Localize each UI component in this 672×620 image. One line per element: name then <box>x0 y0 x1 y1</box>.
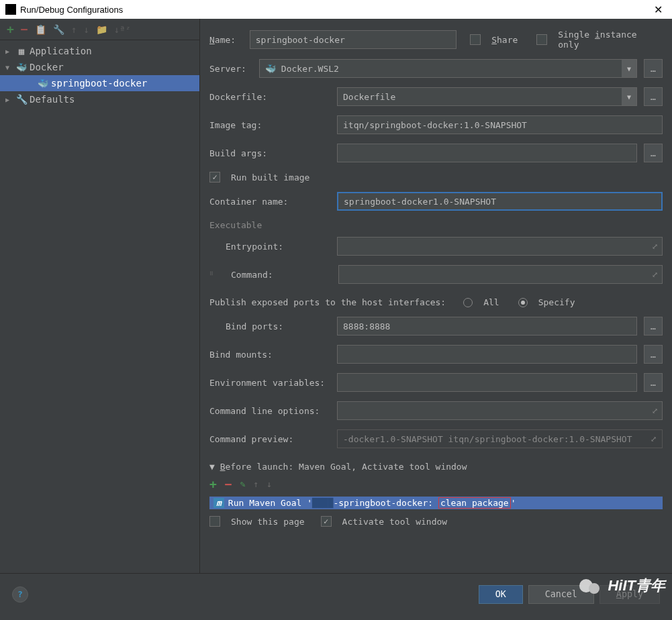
command-input[interactable]: ⤢ <box>338 265 663 284</box>
tree-defaults[interactable]: ▶ 🔧 Defaults <box>0 91 199 107</box>
bindmounts-label: Bind mounts: <box>209 350 330 360</box>
showpage-checkbox[interactable] <box>209 516 220 527</box>
specify-label[interactable]: Specify <box>538 297 575 307</box>
share-checkbox[interactable] <box>470 34 481 45</box>
executable-section: Executable <box>209 220 663 230</box>
remove-icon[interactable]: − <box>225 477 232 491</box>
all-radio[interactable] <box>463 298 473 307</box>
sidebar: + − 📋 🔧 ↑ ↓ 📁 ↓ªᶻ ▶ ▦ Application ▼ 🐳 Do… <box>0 19 200 573</box>
maven-icon: m <box>213 498 224 508</box>
name-label: Name: <box>209 35 243 45</box>
server-browse-button[interactable]: … <box>644 59 663 78</box>
server-label: Server: <box>209 64 252 74</box>
tree-docker[interactable]: ▼ 🐳 Docker <box>0 59 199 75</box>
tree-label: Defaults <box>30 94 75 105</box>
folder-icon[interactable]: 📁 <box>96 24 107 35</box>
dockerfile-browse-button[interactable]: … <box>644 87 663 106</box>
envvars-label: Environment variables: <box>209 378 330 388</box>
showpage-label[interactable]: Show this page <box>231 517 305 527</box>
chevron-down-icon: ▼ <box>622 60 636 77</box>
entrypoint-label: Entrypoint: <box>209 242 330 252</box>
docker-icon: 🐳 <box>16 62 27 72</box>
bottom-bar: ? OK Cancel Apply <box>0 573 672 615</box>
all-label[interactable]: All <box>483 297 499 307</box>
cmdpreview-field: -docker1.0-SNAPSHOT itqn/springboot-dock… <box>337 429 663 448</box>
command-label: Command: <box>222 270 332 280</box>
sidebar-toolbar: + − 📋 🔧 ↑ ↓ 📁 ↓ªᶻ <box>0 19 199 40</box>
cmdopts-input[interactable]: ⤢ <box>337 401 663 420</box>
watermark-icon <box>579 576 604 595</box>
wrench-icon: 🔧 <box>16 94 27 105</box>
cmdpreview-label: Command preview: <box>209 434 330 444</box>
specify-radio[interactable] <box>518 298 528 307</box>
watermark-text: HiIT青年 <box>608 576 665 596</box>
tree-application[interactable]: ▶ ▦ Application <box>0 43 199 59</box>
bindports-input[interactable] <box>337 317 637 335</box>
runbuilt-label[interactable]: Run built image <box>231 172 309 183</box>
name-input[interactable] <box>250 30 457 49</box>
container-input[interactable] <box>337 192 663 211</box>
up-icon[interactable]: ↑ <box>254 479 259 489</box>
activate-label[interactable]: Activate tool window <box>342 517 448 527</box>
buildargs-browse-button[interactable]: … <box>644 144 663 162</box>
buildargs-input[interactable] <box>337 144 637 162</box>
expand-icon: ⤢ <box>652 407 658 415</box>
copy-icon[interactable]: 📋 <box>35 24 46 35</box>
tree-label: Docker <box>30 62 64 72</box>
before-launch-toolbar: + − ✎ ↑ ↓ <box>209 472 663 497</box>
expand-icon: ⤢ <box>652 242 658 251</box>
down-icon[interactable]: ↓ <box>267 479 272 489</box>
envvars-input[interactable] <box>337 373 637 392</box>
docker-icon: 🐳 <box>265 64 276 74</box>
entrypoint-input[interactable]: ⤢ <box>337 237 663 256</box>
tree-springboot-docker[interactable]: 🐳 springboot-docker <box>0 75 199 91</box>
docker-icon: 🐳 <box>38 78 48 89</box>
envvars-browse-button[interactable]: … <box>644 373 663 392</box>
down-icon[interactable]: ↓ <box>83 24 89 35</box>
container-label: Container name: <box>209 197 330 207</box>
add-icon[interactable]: + <box>7 22 14 36</box>
remove-icon[interactable]: − <box>21 22 28 36</box>
content-panel: Name: Share Single instance only Server:… <box>200 19 672 573</box>
expand-icon[interactable]: ⤢ <box>651 435 657 444</box>
edit-icon[interactable]: ✎ <box>240 479 246 489</box>
wrench-icon[interactable]: 🔧 <box>53 24 64 35</box>
add-icon[interactable]: + <box>209 477 217 491</box>
before-launch-header[interactable]: ▼ Before launch: Maven Goal, Activate to… <box>209 462 663 472</box>
help-button[interactable]: ? <box>12 586 28 603</box>
grip-icon[interactable]: ⠿ <box>209 273 215 276</box>
cmdpreview-value: -docker1.0-SNAPSHOT itqn/springboot-dock… <box>343 434 632 444</box>
title-bar: Run/Debug Configurations ✕ <box>0 0 672 19</box>
sort-icon[interactable]: ↓ªᶻ <box>114 24 131 35</box>
bindmounts-browse-button[interactable]: … <box>644 345 663 364</box>
application-icon: ▦ <box>16 46 27 56</box>
watermark: HiIT青年 <box>579 576 665 596</box>
publish-label: Publish exposed ports to the host interf… <box>209 297 446 307</box>
chevron-down-icon: ▼ <box>5 64 13 71</box>
imagetag-input[interactable] <box>337 115 663 134</box>
ok-button[interactable]: OK <box>479 585 523 604</box>
app-icon <box>5 4 16 15</box>
bindports-browse-button[interactable]: … <box>644 317 663 335</box>
runbuilt-checkbox[interactable] <box>209 172 220 183</box>
window-title: Run/Debug Configurations <box>20 5 123 15</box>
bindports-label: Bind ports: <box>209 321 330 331</box>
imagetag-label: Image tag: <box>209 120 330 130</box>
expand-icon: ⤢ <box>652 270 658 279</box>
buildargs-label: Build args: <box>209 148 330 158</box>
single-instance-checkbox[interactable] <box>536 34 547 45</box>
bindmounts-input[interactable] <box>337 345 637 364</box>
cmdopts-label: Command line options: <box>209 406 330 416</box>
dockerfile-label: Dockerfile: <box>209 92 330 102</box>
activate-checkbox[interactable] <box>321 516 332 527</box>
single-instance-label[interactable]: Single instance only <box>558 30 663 50</box>
up-icon[interactable]: ↑ <box>71 24 77 35</box>
before-launch-item[interactable]: m Run Maven Goal '████-springboot-docker… <box>209 497 663 509</box>
dockerfile-select[interactable]: Dockerfile ▼ <box>337 87 637 106</box>
config-tree: ▶ ▦ Application ▼ 🐳 Docker 🐳 springboot-… <box>0 40 199 110</box>
chevron-right-icon: ▶ <box>5 48 13 55</box>
close-button[interactable]: ✕ <box>650 3 667 16</box>
share-label[interactable]: Share <box>491 35 518 45</box>
dockerfile-value: Dockerfile <box>343 92 395 102</box>
server-select[interactable]: 🐳 Docker.WSL2 ▼ <box>259 59 637 78</box>
